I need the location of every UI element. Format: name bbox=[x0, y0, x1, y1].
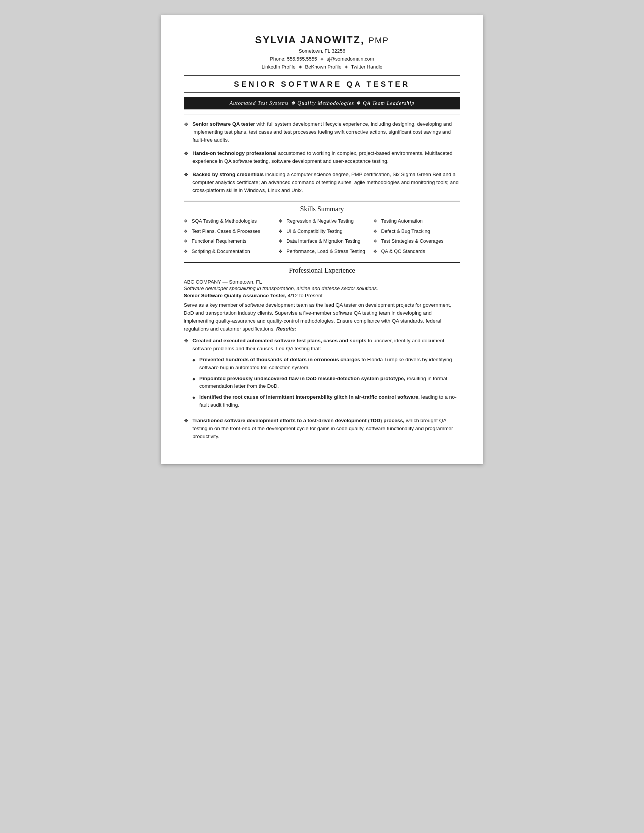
skills-col-2: ❖ Regression & Negative Testing ❖ UI & C… bbox=[279, 218, 365, 258]
sub-bullet-text-1-1: Prevented hundreds of thousands of dolla… bbox=[199, 356, 460, 372]
phone-label: Phone: bbox=[270, 56, 286, 62]
skill-label-1-2: Test Plans, Cases & Processes bbox=[192, 228, 260, 235]
job-desc-text: Serve as a key member of software develo… bbox=[184, 302, 451, 332]
skill-3-1: ❖ Testing Automation bbox=[373, 218, 460, 225]
exp-bold-1: Created and executed automated software … bbox=[192, 338, 366, 343]
experience-section: Professional Experience ABC COMPANY — So… bbox=[184, 267, 460, 441]
skill-bullet-3-4: ❖ bbox=[373, 248, 377, 255]
phone-line: Phone: 555.555.5555 ❖ sj@somedomain.com bbox=[184, 55, 460, 63]
credential-text: PMP bbox=[369, 35, 389, 45]
skill-2-3: ❖ Data Interface & Migration Testing bbox=[279, 238, 365, 245]
skill-label-2-2: UI & Compatibility Testing bbox=[287, 228, 343, 235]
job-description: Serve as a key member of software develo… bbox=[184, 301, 460, 333]
skill-label-1-1: SQA Testing & Methodologies bbox=[192, 218, 257, 225]
skill-2-1: ❖ Regression & Negative Testing bbox=[279, 218, 365, 225]
skill-bullet-3-3: ❖ bbox=[373, 238, 377, 244]
exp-diamond-2: ❖ bbox=[184, 418, 188, 424]
main-title: SENIOR SOFTWARE QA TESTER bbox=[184, 80, 460, 88]
skill-1-4: ❖ Scripting & Documentation bbox=[184, 248, 271, 255]
skill-bullet-2-4: ❖ bbox=[279, 248, 283, 255]
summary-text-3: Backed by strong credentials including a… bbox=[192, 171, 460, 195]
skills-divider bbox=[184, 262, 460, 263]
summary-text-2: Hands-on technology professional accusto… bbox=[192, 150, 460, 166]
resume-page: SYLVIA JANOWITZ, PMP Sometown, FL 32256 … bbox=[161, 15, 483, 464]
company-name: ABC COMPANY — Sometown, FL bbox=[184, 279, 460, 285]
sub-bold-1-2: Pinpointed previously undiscovered flaw … bbox=[199, 376, 405, 381]
skill-label-3-2: Defect & Bug Tracking bbox=[381, 228, 430, 235]
skills-title: Skills Summary bbox=[184, 205, 460, 213]
experience-bullets: ❖ Created and executed automated softwar… bbox=[184, 337, 460, 441]
summary-bold-1: Senior software QA tester bbox=[192, 121, 255, 127]
exp-bullet-text-1: Created and executed automated software … bbox=[192, 337, 460, 412]
skill-bullet-3-1: ❖ bbox=[373, 218, 377, 225]
sub-diamond-1-1: ◆ bbox=[192, 357, 195, 363]
skill-label-3-4: QA & QC Standards bbox=[381, 248, 425, 255]
skill-bullet-2-3: ❖ bbox=[279, 238, 283, 244]
skill-bullet-2-1: ❖ bbox=[279, 218, 283, 225]
exp-bullet-text-2: Transitioned software development effort… bbox=[192, 417, 460, 441]
skills-col-1: ❖ SQA Testing & Methodologies ❖ Test Pla… bbox=[184, 218, 271, 258]
skill-label-1-3: Functional Requirements bbox=[192, 238, 246, 245]
skills-col-3: ❖ Testing Automation ❖ Defect & Bug Trac… bbox=[373, 218, 460, 258]
summary-section: ❖ Senior software QA tester with full sy… bbox=[184, 121, 460, 194]
skill-label-1-4: Scripting & Documentation bbox=[192, 248, 250, 255]
skill-1-2: ❖ Test Plans, Cases & Processes bbox=[184, 228, 271, 235]
title-section: SENIOR SOFTWARE QA TESTER bbox=[184, 80, 460, 88]
experience-title: Professional Experience bbox=[184, 267, 460, 275]
skills-grid: ❖ SQA Testing & Methodologies ❖ Test Pla… bbox=[184, 218, 460, 258]
exp-bold-2: Transitioned software development effort… bbox=[192, 418, 404, 423]
bullet-diamond-3: ❖ bbox=[184, 172, 188, 178]
name-heading: SYLVIA JANOWITZ, PMP bbox=[184, 34, 460, 46]
sub-bullet-1-1: ◆ Prevented hundreds of thousands of dol… bbox=[192, 356, 460, 372]
linkedin-link[interactable]: LinkedIn Profile bbox=[261, 64, 295, 70]
twitter-link[interactable]: Twitter Handle bbox=[351, 64, 382, 70]
summary-item-1: ❖ Senior software QA tester with full sy… bbox=[184, 121, 460, 144]
skill-bullet-1-4: ❖ bbox=[184, 248, 188, 255]
exp-diamond-1: ❖ bbox=[184, 338, 188, 344]
skill-3-2: ❖ Defect & Bug Tracking bbox=[373, 228, 460, 235]
job-dates: 4/12 to Present bbox=[288, 293, 323, 298]
skill-2-4: ❖ Performance, Load & Stress Testing bbox=[279, 248, 365, 255]
sub-bold-1-3: Identified the root cause of intermitten… bbox=[199, 394, 420, 400]
exp-bullet-2: ❖ Transitioned software development effo… bbox=[184, 417, 460, 441]
exp-bullet-1: ❖ Created and executed automated softwar… bbox=[184, 337, 460, 412]
summary-bold-3: Backed by strong credentials bbox=[192, 172, 264, 177]
tagline-bar: Automated Test Systems ❖ Quality Methodo… bbox=[184, 97, 460, 109]
sub-bullet-text-1-2: Pinpointed previously undiscovered flaw … bbox=[199, 375, 460, 391]
skill-bullet-2-2: ❖ bbox=[279, 228, 283, 235]
email-address: sj@somedomain.com bbox=[327, 56, 374, 62]
skill-2-2: ❖ UI & Compatibility Testing bbox=[279, 228, 365, 235]
summary-item-3: ❖ Backed by strong credentials including… bbox=[184, 171, 460, 195]
diamond-2: ❖ bbox=[298, 65, 302, 69]
sub-diamond-1-2: ◆ bbox=[192, 376, 195, 382]
skill-label-3-3: Test Strategies & Coverages bbox=[381, 238, 444, 245]
city-state-zip: Sometown, FL 32256 bbox=[298, 48, 345, 54]
summary-text-1: Senior software QA tester with full syst… bbox=[192, 121, 460, 144]
results-label: Results: bbox=[276, 326, 296, 332]
skill-label-2-1: Regression & Negative Testing bbox=[287, 218, 354, 225]
social-line: LinkedIn Profile ❖ BeKnown Profile ❖ Twi… bbox=[184, 63, 460, 71]
sub-bullet-1-3: ◆ Identified the root cause of intermitt… bbox=[192, 393, 460, 409]
results-em: Results: bbox=[276, 326, 296, 332]
skill-bullet-1-2: ❖ bbox=[184, 228, 188, 235]
skill-label-3-1: Testing Automation bbox=[381, 218, 423, 225]
sub-bold-1-1: Prevented hundreds of thousands of dolla… bbox=[199, 357, 360, 362]
skill-bullet-1-3: ❖ bbox=[184, 238, 188, 244]
skill-1-1: ❖ SQA Testing & Methodologies bbox=[184, 218, 271, 225]
company-description: Software developer specializing in trans… bbox=[184, 286, 460, 291]
beknown-link[interactable]: BeKnown Profile bbox=[305, 64, 341, 70]
tagline-divider bbox=[184, 114, 460, 114]
skill-bullet-1-1: ❖ bbox=[184, 218, 188, 225]
skill-1-3: ❖ Functional Requirements bbox=[184, 238, 271, 245]
skill-bullet-3-2: ❖ bbox=[373, 228, 377, 235]
sub-bullet-text-1-3: Identified the root cause of intermitten… bbox=[199, 393, 460, 409]
header-section: SYLVIA JANOWITZ, PMP Sometown, FL 32256 … bbox=[184, 34, 460, 71]
diamond-1: ❖ bbox=[320, 57, 324, 61]
skills-section: Skills Summary ❖ SQA Testing & Methodolo… bbox=[184, 205, 460, 258]
sub-bullet-1-2: ◆ Pinpointed previously undiscovered fla… bbox=[192, 375, 460, 391]
header-divider bbox=[184, 76, 460, 76]
summary-bold-2: Hands-on technology professional bbox=[192, 150, 277, 156]
sub-diamond-1-3: ◆ bbox=[192, 394, 195, 400]
city-line: Sometown, FL 32256 bbox=[184, 47, 460, 55]
skill-label-2-3: Data Interface & Migration Testing bbox=[287, 238, 361, 245]
